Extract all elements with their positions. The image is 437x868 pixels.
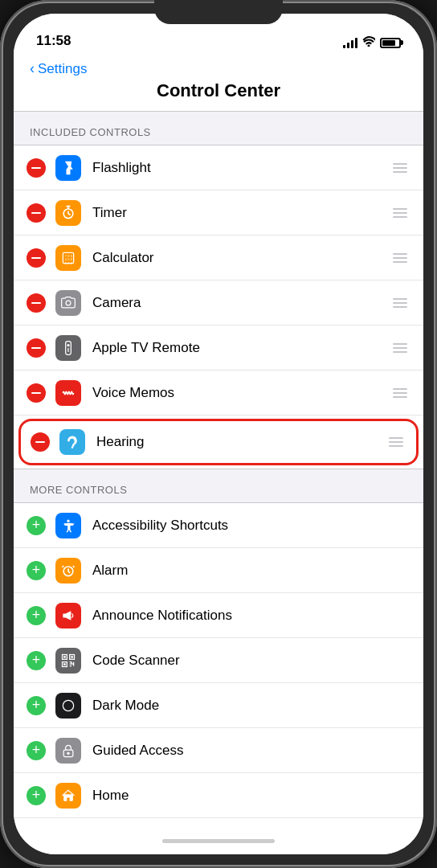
status-icons bbox=[343, 36, 401, 49]
announce-icon bbox=[55, 603, 81, 628]
guidedaccess-label: Guided Access bbox=[92, 743, 410, 759]
signal-bars-icon bbox=[343, 37, 357, 48]
remove-flashlight-button[interactable] bbox=[27, 158, 46, 178]
svg-rect-16 bbox=[71, 656, 73, 658]
guidedaccess-icon bbox=[55, 738, 81, 764]
phone-frame: 11:58 ‹ bbox=[0, 0, 437, 868]
more-section-header: MORE CONTROLS bbox=[14, 469, 423, 502]
page-title: Control Center bbox=[30, 80, 407, 101]
plus-icon: + bbox=[32, 563, 41, 577]
appletv-label: Apple TV Remote bbox=[92, 340, 390, 356]
back-label: Settings bbox=[38, 61, 87, 77]
voicememos-icon bbox=[55, 380, 81, 406]
calculator-label: Calculator bbox=[92, 250, 390, 266]
camera-label: Camera bbox=[92, 295, 390, 311]
accessibility-label: Accessibility Shortcuts bbox=[92, 518, 410, 534]
notch bbox=[154, 0, 283, 24]
remove-calculator-button[interactable] bbox=[27, 248, 46, 268]
drag-handle[interactable] bbox=[390, 160, 410, 176]
codescanner-icon bbox=[55, 648, 81, 674]
svg-point-20 bbox=[67, 751, 69, 754]
timer-label: Timer bbox=[92, 205, 390, 221]
svg-point-5 bbox=[66, 301, 71, 305]
battery-icon bbox=[380, 38, 401, 48]
plus-icon: + bbox=[32, 788, 41, 802]
add-alarm-button[interactable]: + bbox=[27, 561, 46, 580]
plus-icon: + bbox=[32, 608, 41, 622]
svg-rect-15 bbox=[63, 656, 66, 658]
included-section-header: INCLUDED CONTROLS bbox=[14, 112, 423, 145]
drag-handle[interactable] bbox=[386, 434, 406, 450]
home-label: Home bbox=[92, 788, 410, 804]
status-time: 11:58 bbox=[36, 33, 71, 49]
plus-icon: + bbox=[32, 698, 41, 712]
flashlight-icon bbox=[55, 155, 81, 181]
list-item: + Guided Access bbox=[14, 728, 423, 773]
add-codescanner-button[interactable]: + bbox=[27, 651, 46, 670]
drag-handle[interactable] bbox=[390, 385, 410, 401]
remove-timer-button[interactable] bbox=[27, 203, 46, 223]
home-indicator bbox=[14, 827, 423, 854]
remove-camera-button[interactable] bbox=[27, 293, 46, 313]
included-controls-list: Flashlight Timer 7 8 94 5 61 2 3 bbox=[14, 145, 423, 469]
announce-label: Announce Notifications bbox=[92, 608, 410, 624]
hearing-label: Hearing bbox=[96, 434, 386, 450]
back-button[interactable]: ‹ Settings bbox=[30, 60, 407, 77]
svg-point-7 bbox=[67, 344, 69, 346]
svg-point-9 bbox=[71, 446, 74, 448]
svg-text:1 2 3: 1 2 3 bbox=[65, 260, 73, 264]
appletv-icon bbox=[55, 335, 81, 361]
hearing-list-item: Hearing bbox=[18, 419, 419, 465]
list-item: + Announce Notifications bbox=[14, 593, 423, 638]
list-item: + Low Power Mode bbox=[14, 818, 423, 827]
list-item: Apple TV Remote bbox=[14, 326, 423, 371]
add-home-button[interactable]: + bbox=[27, 786, 46, 805]
home-bar bbox=[162, 839, 275, 843]
add-announce-button[interactable]: + bbox=[27, 606, 46, 625]
svg-point-18 bbox=[63, 700, 73, 710]
more-controls-list: + Accessibility Shortcuts + Alarm bbox=[14, 502, 423, 827]
add-darkmode-button[interactable]: + bbox=[27, 696, 46, 715]
remove-voicememos-button[interactable] bbox=[27, 383, 46, 403]
darkmode-icon bbox=[55, 693, 81, 719]
list-item: + Home bbox=[14, 773, 423, 818]
remove-appletv-button[interactable] bbox=[27, 338, 46, 358]
alarm-label: Alarm bbox=[92, 563, 410, 579]
plus-icon: + bbox=[32, 653, 41, 667]
content-area: INCLUDED CONTROLS Flashlight bbox=[14, 112, 423, 827]
list-item: Flashlight bbox=[14, 145, 423, 190]
back-chevron-icon: ‹ bbox=[30, 60, 35, 77]
wifi-icon bbox=[362, 36, 375, 49]
list-item: + Dark Mode bbox=[14, 683, 423, 728]
voicememos-label: Voice Memos bbox=[92, 385, 390, 401]
list-item: 7 8 94 5 61 2 3 Calculator bbox=[14, 235, 423, 280]
list-item: Timer bbox=[14, 190, 423, 235]
drag-handle[interactable] bbox=[390, 205, 410, 221]
remove-hearing-button[interactable] bbox=[31, 432, 50, 452]
flashlight-label: Flashlight bbox=[92, 160, 390, 176]
accessibility-icon bbox=[55, 513, 81, 538]
codescanner-label: Code Scanner bbox=[92, 653, 410, 669]
plus-icon: + bbox=[32, 518, 41, 532]
nav-bar: ‹ Settings Control Center bbox=[14, 54, 423, 112]
list-item: + Code Scanner bbox=[14, 638, 423, 683]
calculator-icon: 7 8 94 5 61 2 3 bbox=[55, 245, 81, 271]
drag-handle[interactable] bbox=[390, 295, 410, 311]
darkmode-label: Dark Mode bbox=[92, 698, 410, 714]
list-item: Camera bbox=[14, 280, 423, 326]
svg-point-10 bbox=[67, 519, 69, 522]
hearing-icon bbox=[59, 429, 85, 455]
list-item: + Accessibility Shortcuts bbox=[14, 503, 423, 548]
list-item: Voice Memos bbox=[14, 371, 423, 416]
add-guidedaccess-button[interactable]: + bbox=[27, 741, 46, 760]
drag-handle[interactable] bbox=[390, 340, 410, 356]
drag-handle[interactable] bbox=[390, 250, 410, 266]
timer-icon bbox=[55, 200, 81, 226]
home-icon bbox=[55, 783, 81, 809]
phone-screen: 11:58 ‹ bbox=[14, 14, 423, 854]
svg-rect-17 bbox=[63, 663, 66, 665]
list-item: + Alarm bbox=[14, 548, 423, 593]
camera-icon bbox=[55, 290, 81, 316]
alarm-icon bbox=[55, 558, 81, 583]
add-accessibility-button[interactable]: + bbox=[27, 516, 46, 535]
